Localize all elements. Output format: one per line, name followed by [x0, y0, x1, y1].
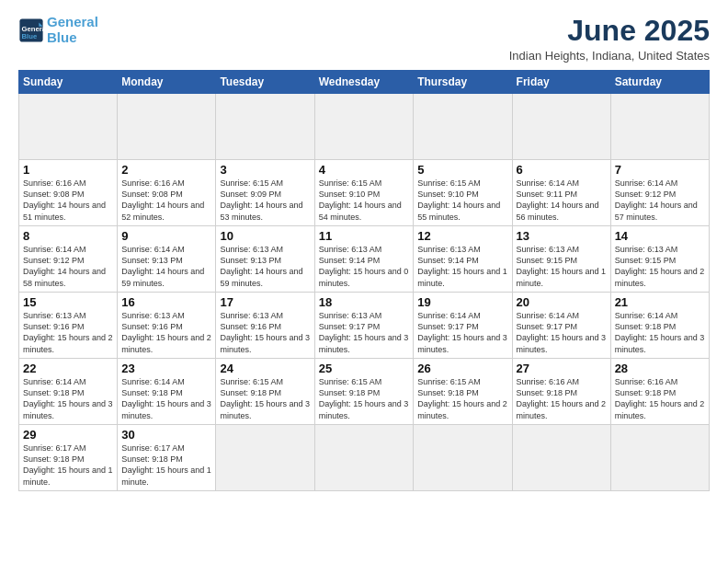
calendar-cell: 9Sunrise: 6:14 AMSunset: 9:13 PMDaylight… [118, 226, 216, 293]
calendar-cell: 12Sunrise: 6:13 AMSunset: 9:14 PMDayligh… [414, 226, 512, 293]
calendar-cell: 8Sunrise: 6:14 AMSunset: 9:12 PMDaylight… [19, 226, 118, 293]
calendar-cell: 7Sunrise: 6:14 AMSunset: 9:12 PMDaylight… [610, 160, 709, 226]
day-number: 12 [417, 229, 507, 243]
calendar-cell: 23Sunrise: 6:14 AMSunset: 9:18 PMDayligh… [118, 359, 216, 425]
day-info: Sunrise: 6:15 AMSunset: 9:10 PMDaylight:… [319, 178, 410, 223]
col-thursday: Thursday [414, 71, 512, 94]
col-friday: Friday [512, 71, 610, 94]
calendar-cell: 30Sunrise: 6:17 AMSunset: 9:18 PMDayligh… [118, 425, 216, 491]
svg-text:Blue: Blue [22, 32, 38, 40]
day-info: Sunrise: 6:14 AMSunset: 9:18 PMDaylight:… [121, 376, 211, 421]
day-info: Sunrise: 6:14 AMSunset: 9:11 PMDaylight:… [517, 178, 607, 223]
calendar-cell: 2Sunrise: 6:16 AMSunset: 9:08 PMDaylight… [118, 160, 216, 226]
day-number: 2 [121, 163, 211, 177]
calendar-cell: 27Sunrise: 6:16 AMSunset: 9:18 PMDayligh… [512, 359, 610, 425]
calendar-cell: 26Sunrise: 6:15 AMSunset: 9:18 PMDayligh… [414, 359, 512, 425]
day-info: Sunrise: 6:13 AMSunset: 9:14 PMDaylight:… [417, 244, 507, 289]
day-number: 26 [417, 362, 507, 375]
day-number: 5 [417, 163, 507, 177]
day-number: 21 [615, 295, 705, 309]
header: General Blue GeneralBlue June 2025 India… [18, 15, 710, 63]
logo: General Blue GeneralBlue [18, 15, 98, 45]
day-info: Sunrise: 6:13 AMSunset: 9:16 PMDaylight:… [23, 310, 113, 355]
day-info: Sunrise: 6:16 AMSunset: 9:18 PMDaylight:… [517, 376, 607, 421]
day-info: Sunrise: 6:14 AMSunset: 9:13 PMDaylight:… [121, 244, 211, 289]
calendar-cell: 6Sunrise: 6:14 AMSunset: 9:11 PMDaylight… [512, 160, 610, 226]
calendar-cell [314, 425, 414, 491]
day-number: 28 [615, 362, 705, 375]
day-info: Sunrise: 6:16 AMSunset: 9:08 PMDaylight:… [121, 178, 211, 223]
day-info: Sunrise: 6:13 AMSunset: 9:15 PMDaylight:… [517, 244, 607, 289]
day-info: Sunrise: 6:15 AMSunset: 9:09 PMDaylight:… [220, 178, 310, 223]
day-number: 29 [23, 428, 113, 442]
day-info: Sunrise: 6:15 AMSunset: 9:10 PMDaylight:… [417, 178, 507, 223]
calendar-cell [610, 425, 709, 491]
day-info: Sunrise: 6:13 AMSunset: 9:16 PMDaylight:… [121, 310, 211, 355]
calendar-cell [216, 94, 314, 160]
day-number: 9 [121, 229, 211, 243]
col-wednesday: Wednesday [314, 71, 414, 94]
day-info: Sunrise: 6:15 AMSunset: 9:18 PMDaylight:… [417, 376, 507, 421]
day-info: Sunrise: 6:16 AMSunset: 9:08 PMDaylight:… [23, 178, 113, 223]
day-info: Sunrise: 6:13 AMSunset: 9:14 PMDaylight:… [319, 244, 410, 289]
day-number: 11 [319, 229, 410, 243]
calendar-cell [314, 94, 414, 160]
day-number: 22 [23, 362, 113, 375]
day-number: 18 [319, 295, 410, 309]
col-monday: Monday [118, 71, 216, 94]
day-info: Sunrise: 6:15 AMSunset: 9:18 PMDaylight:… [319, 376, 410, 421]
calendar-cell: 16Sunrise: 6:13 AMSunset: 9:16 PMDayligh… [118, 293, 216, 359]
day-info: Sunrise: 6:17 AMSunset: 9:18 PMDaylight:… [23, 442, 113, 488]
day-info: Sunrise: 6:14 AMSunset: 9:12 PMDaylight:… [23, 244, 113, 289]
calendar-cell: 25Sunrise: 6:15 AMSunset: 9:18 PMDayligh… [314, 359, 414, 425]
day-info: Sunrise: 6:13 AMSunset: 9:16 PMDaylight:… [220, 310, 310, 355]
day-number: 13 [517, 229, 607, 243]
calendar-cell: 28Sunrise: 6:16 AMSunset: 9:18 PMDayligh… [610, 359, 709, 425]
day-number: 24 [220, 362, 310, 375]
day-number: 30 [121, 428, 211, 442]
calendar-cell [118, 94, 216, 160]
calendar-cell: 17Sunrise: 6:13 AMSunset: 9:16 PMDayligh… [216, 293, 314, 359]
day-number: 6 [517, 163, 607, 177]
day-number: 20 [517, 295, 607, 309]
calendar-cell: 5Sunrise: 6:15 AMSunset: 9:10 PMDaylight… [414, 160, 512, 226]
day-number: 14 [615, 229, 705, 243]
calendar-cell [610, 94, 709, 160]
calendar-cell: 21Sunrise: 6:14 AMSunset: 9:18 PMDayligh… [610, 293, 709, 359]
calendar-cell: 29Sunrise: 6:17 AMSunset: 9:18 PMDayligh… [19, 425, 118, 491]
day-info: Sunrise: 6:14 AMSunset: 9:17 PMDaylight:… [417, 310, 507, 355]
day-info: Sunrise: 6:13 AMSunset: 9:13 PMDaylight:… [220, 244, 310, 289]
calendar-cell [414, 425, 512, 491]
calendar-cell [19, 94, 118, 160]
day-info: Sunrise: 6:14 AMSunset: 9:18 PMDaylight:… [23, 376, 113, 421]
calendar-cell: 1Sunrise: 6:16 AMSunset: 9:08 PMDaylight… [19, 160, 118, 226]
calendar-cell [512, 425, 610, 491]
page: General Blue GeneralBlue June 2025 India… [0, 0, 728, 563]
day-number: 4 [319, 163, 410, 177]
day-info: Sunrise: 6:14 AMSunset: 9:18 PMDaylight:… [615, 310, 705, 355]
calendar-cell: 15Sunrise: 6:13 AMSunset: 9:16 PMDayligh… [19, 293, 118, 359]
calendar-cell: 24Sunrise: 6:15 AMSunset: 9:18 PMDayligh… [216, 359, 314, 425]
calendar-cell [216, 425, 314, 491]
day-number: 16 [121, 295, 211, 309]
day-number: 23 [121, 362, 211, 375]
day-number: 3 [220, 163, 310, 177]
calendar-cell [414, 94, 512, 160]
day-info: Sunrise: 6:13 AMSunset: 9:17 PMDaylight:… [319, 310, 410, 355]
calendar-cell: 14Sunrise: 6:13 AMSunset: 9:15 PMDayligh… [610, 226, 709, 293]
calendar-cell: 10Sunrise: 6:13 AMSunset: 9:13 PMDayligh… [216, 226, 314, 293]
calendar-cell: 3Sunrise: 6:15 AMSunset: 9:09 PMDaylight… [216, 160, 314, 226]
calendar-cell: 18Sunrise: 6:13 AMSunset: 9:17 PMDayligh… [314, 293, 414, 359]
day-number: 25 [319, 362, 410, 375]
day-number: 17 [220, 295, 310, 309]
day-number: 8 [23, 229, 113, 243]
calendar-cell: 22Sunrise: 6:14 AMSunset: 9:18 PMDayligh… [19, 359, 118, 425]
day-info: Sunrise: 6:15 AMSunset: 9:18 PMDaylight:… [220, 376, 310, 421]
calendar-cell: 20Sunrise: 6:14 AMSunset: 9:17 PMDayligh… [512, 293, 610, 359]
day-number: 15 [23, 295, 113, 309]
calendar-cell: 4Sunrise: 6:15 AMSunset: 9:10 PMDaylight… [314, 160, 414, 226]
day-info: Sunrise: 6:14 AMSunset: 9:17 PMDaylight:… [517, 310, 607, 355]
title-block: June 2025 Indian Heights, Indiana, Unite… [509, 15, 710, 63]
month-title: June 2025 [509, 15, 710, 47]
calendar-cell: 13Sunrise: 6:13 AMSunset: 9:15 PMDayligh… [512, 226, 610, 293]
